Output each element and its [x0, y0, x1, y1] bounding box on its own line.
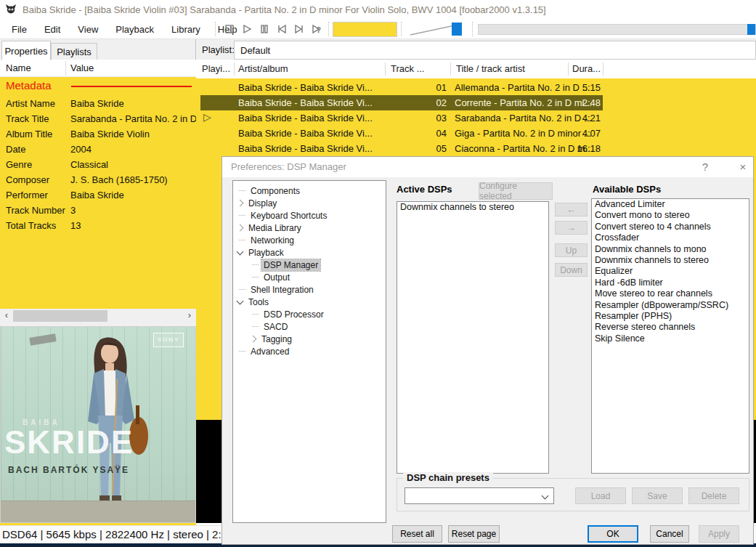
tree-item-advanced[interactable]: Advanced — [233, 345, 386, 357]
property-row[interactable]: Performer Baiba Skride — [0, 187, 196, 203]
column-divider[interactable] — [65, 61, 66, 76]
column-duration[interactable]: Dura... — [572, 63, 601, 74]
reset-page-button[interactable]: Reset page — [448, 525, 500, 543]
available-dsp-item[interactable]: Reverse stereo channels — [592, 322, 749, 333]
available-dsp-item[interactable]: Equalizer — [592, 266, 749, 277]
column-divider[interactable] — [603, 62, 603, 76]
move-to-active-button[interactable]: ← — [555, 203, 588, 216]
playlist-row[interactable]: Baiba Skride - Baiba Skride Vi... 04 Gig… — [196, 126, 756, 141]
property-row[interactable]: Album Title Baiba Skride Violin — [0, 126, 196, 142]
tree-item-media-library[interactable]: Media Library — [233, 222, 386, 234]
load-button[interactable]: Load — [575, 487, 626, 504]
available-dsp-item[interactable]: Advanced Limiter — [592, 199, 749, 210]
available-dsp-item[interactable]: Crossfader — [592, 232, 749, 243]
seek-bar[interactable] — [478, 24, 756, 35]
tab-playlists[interactable]: Playlists — [51, 43, 97, 60]
column-name[interactable]: Name — [6, 62, 31, 73]
property-row[interactable]: Track Title Sarabanda - Partita No. 2 in… — [0, 111, 196, 126]
property-row[interactable]: Composer J. S. Bach (1685-1750) — [0, 172, 196, 187]
ok-button[interactable]: OK — [588, 525, 638, 543]
playlist-tab-default[interactable]: Default — [234, 41, 756, 60]
column-artist-album[interactable]: Artist/album — [238, 63, 288, 74]
chevron-right-icon[interactable] — [237, 200, 244, 207]
seek-handle[interactable] — [747, 24, 755, 35]
playlist-row[interactable]: Baiba Skride - Baiba Skride Vi... 05 Cia… — [196, 141, 756, 156]
tree-item-components[interactable]: Components — [233, 185, 386, 197]
property-row[interactable]: Artist Name Baiba Skride — [0, 96, 196, 111]
chevron-down-icon[interactable] — [237, 248, 244, 255]
active-dsp-item[interactable]: Downmix channels to stereo — [397, 202, 548, 213]
cancel-button[interactable]: Cancel — [650, 525, 689, 543]
play-button[interactable] — [240, 22, 254, 36]
save-button[interactable]: Save — [632, 487, 683, 504]
menu-playback[interactable]: Playback — [107, 20, 163, 39]
pause-button[interactable] — [257, 22, 272, 36]
available-dsp-item[interactable]: Resampler (PPHS) — [592, 311, 749, 322]
previous-button[interactable] — [275, 22, 289, 36]
available-dsp-item[interactable]: Hard -6dB limiter — [592, 277, 749, 288]
available-dsp-item[interactable]: Downmix channels to mono — [592, 244, 749, 255]
available-dsp-item[interactable]: Move stereo to rear channels — [592, 288, 749, 299]
move-up-button[interactable]: Up — [555, 243, 588, 257]
column-divider[interactable] — [234, 62, 235, 76]
tree-item-dsp-manager[interactable]: DSP Manager — [233, 259, 386, 271]
property-row[interactable]: Date 2004 — [0, 142, 196, 157]
property-row[interactable]: Track Number 3 — [0, 203, 196, 218]
playlist-row[interactable]: Baiba Skride - Baiba Skride Vi... 01 All… — [196, 80, 756, 95]
dialog-titlebar[interactable]: Preferences: DSP Manager ? × — [222, 157, 753, 177]
apply-button[interactable]: Apply — [699, 525, 739, 543]
stop-button[interactable] — [222, 22, 237, 36]
dropdown-arrow-icon[interactable] — [542, 493, 549, 500]
delete-button[interactable]: Delete — [688, 487, 739, 504]
scroll-right-icon[interactable]: › — [184, 309, 195, 320]
menu-view[interactable]: View — [69, 20, 107, 39]
tree-item-keyboard-shortcuts[interactable]: Keyboard Shortcuts — [233, 209, 386, 222]
property-row[interactable]: Genre Classical — [0, 157, 196, 172]
column-value[interactable]: Value — [70, 62, 94, 73]
available-dsp-item[interactable]: Convert stereo to 4 channels — [592, 222, 749, 232]
tree-item-output[interactable]: Output — [233, 271, 386, 283]
tree-item-shell-integration[interactable]: Shell Integration — [233, 283, 386, 296]
available-dsp-item[interactable]: Skip Silence — [592, 333, 749, 344]
tree-item-playback[interactable]: Playback — [233, 246, 386, 259]
move-down-button[interactable]: Down — [555, 263, 588, 277]
available-dsp-item[interactable]: Downmix channels to stereo — [592, 255, 749, 266]
column-divider[interactable] — [385, 62, 386, 76]
tree-item-tagging[interactable]: Tagging — [233, 333, 386, 345]
next-button[interactable] — [292, 22, 306, 36]
column-track[interactable]: Track ... — [391, 63, 424, 74]
active-dsps-list[interactable]: Downmix channels to stereo — [397, 201, 549, 474]
menu-library[interactable]: Library — [163, 20, 209, 39]
menu-edit[interactable]: Edit — [36, 20, 69, 39]
chevron-right-icon[interactable] — [237, 224, 244, 232]
available-dsps-list[interactable]: Advanced Limiter Convert mono to stereo … — [591, 198, 749, 474]
column-title[interactable]: Title / track artist — [456, 63, 525, 74]
scroll-left-icon[interactable]: ‹ — [1, 309, 12, 320]
horizontal-scrollbar[interactable]: ‹ › — [0, 309, 196, 323]
move-to-available-button[interactable]: → — [555, 221, 588, 235]
tree-item-sacd[interactable]: SACD — [233, 320, 386, 333]
available-dsp-item[interactable]: Convert mono to stereo — [592, 210, 749, 221]
chevron-down-icon[interactable] — [237, 297, 244, 304]
tree-item-dsd-processor[interactable]: DSD Processor — [233, 308, 386, 320]
close-icon[interactable]: × — [736, 161, 750, 173]
menu-file[interactable]: File — [3, 20, 36, 39]
help-icon[interactable]: ? — [698, 161, 712, 173]
tab-properties[interactable]: Properties — [1, 41, 51, 60]
available-dsp-item[interactable]: Resampler (dBpoweramp/SSRC) — [592, 300, 749, 311]
tree-item-display[interactable]: Display — [233, 197, 386, 209]
reset-all-button[interactable]: Reset all — [392, 525, 442, 543]
playlist-row-selected[interactable]: Baiba Skride - Baiba Skride Vi... 02 Cor… — [196, 95, 756, 110]
tree-item-tools[interactable]: Tools — [233, 296, 386, 308]
column-playing[interactable]: Playi... — [202, 63, 230, 74]
scrollbar-thumb[interactable] — [13, 310, 107, 322]
playlist-row-playing[interactable]: ▷ Baiba Skride - Baiba Skride Vi... 03 S… — [196, 110, 756, 126]
configure-selected-button[interactable]: Configure selected — [479, 182, 553, 200]
tree-item-networking[interactable]: Networking — [233, 234, 386, 246]
preset-combobox[interactable] — [405, 487, 554, 504]
column-divider[interactable] — [450, 62, 451, 76]
property-row[interactable]: Total Tracks 13 — [0, 218, 196, 233]
chevron-right-icon[interactable] — [250, 336, 257, 343]
volume-slider[interactable] — [407, 20, 469, 38]
column-divider[interactable] — [568, 62, 569, 76]
